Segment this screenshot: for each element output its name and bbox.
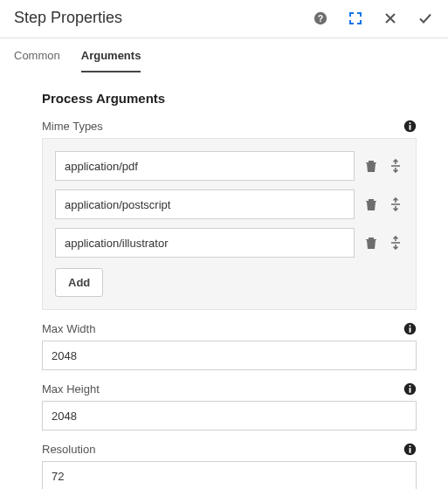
info-icon[interactable] xyxy=(403,120,417,133)
info-icon[interactable] xyxy=(403,443,417,456)
info-icon[interactable] xyxy=(403,382,417,396)
delete-icon[interactable] xyxy=(363,235,379,251)
dialog-header: Step Properties ? xyxy=(0,0,448,34)
resolution-input[interactable] xyxy=(42,461,417,489)
mime-types-label: Mime Types xyxy=(42,120,403,133)
mime-row xyxy=(55,151,403,181)
reorder-icon[interactable] xyxy=(388,235,403,251)
add-button[interactable]: Add xyxy=(55,268,103,297)
help-icon[interactable]: ? xyxy=(312,10,329,27)
mime-row xyxy=(55,189,403,219)
mime-type-input[interactable] xyxy=(55,228,355,258)
resolution-label: Resolution xyxy=(42,443,403,456)
mime-row xyxy=(55,228,403,258)
mime-types-panel: Add xyxy=(42,138,417,310)
svg-point-13 xyxy=(409,445,410,447)
mime-type-input[interactable] xyxy=(55,189,355,219)
tab-arguments[interactable]: Arguments xyxy=(81,38,141,72)
delete-icon[interactable] xyxy=(363,158,379,174)
done-icon[interactable] xyxy=(417,10,434,27)
max-height-label: Max Height xyxy=(42,382,403,396)
max-width-label: Max Width xyxy=(42,322,403,335)
svg-text:?: ? xyxy=(318,13,323,23)
content-pane: Process Arguments Mime Types xyxy=(0,73,448,489)
tab-bar: Common Arguments xyxy=(0,38,448,73)
svg-rect-3 xyxy=(410,125,411,130)
reorder-icon[interactable] xyxy=(388,158,403,174)
tab-common[interactable]: Common xyxy=(14,38,60,72)
info-icon[interactable] xyxy=(403,322,417,335)
reorder-icon[interactable] xyxy=(388,196,403,212)
section-title: Process Arguments xyxy=(42,91,417,106)
delete-icon[interactable] xyxy=(363,196,379,212)
mime-type-input[interactable] xyxy=(55,151,355,181)
svg-point-10 xyxy=(409,385,410,387)
fullscreen-icon[interactable] xyxy=(347,10,364,27)
max-width-input[interactable] xyxy=(42,341,417,370)
svg-point-7 xyxy=(409,325,410,327)
svg-point-4 xyxy=(409,122,410,124)
dialog-title: Step Properties xyxy=(14,9,312,27)
max-height-input[interactable] xyxy=(42,401,417,430)
svg-rect-12 xyxy=(410,448,411,453)
svg-rect-6 xyxy=(410,327,411,333)
svg-rect-9 xyxy=(410,388,411,393)
close-icon[interactable] xyxy=(382,10,399,27)
header-actions: ? xyxy=(312,10,434,27)
